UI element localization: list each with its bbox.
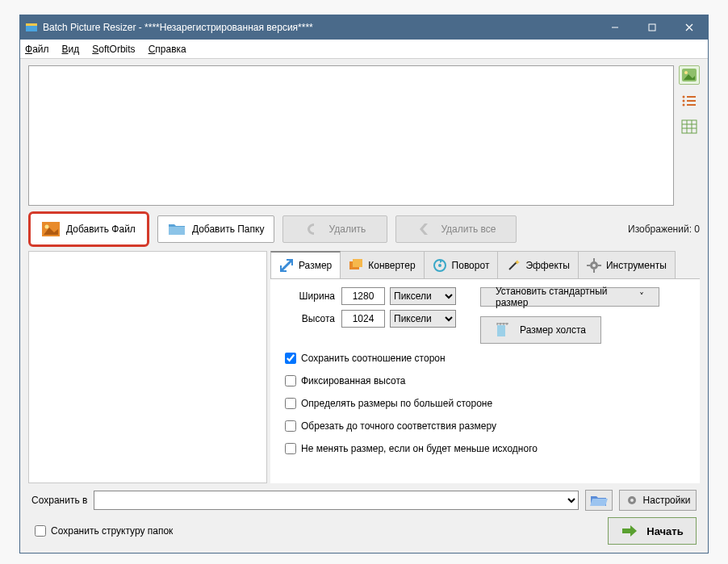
svg-rect-32 <box>593 269 595 273</box>
delete-all-button[interactable]: Удалить все <box>395 215 517 243</box>
svg-point-37 <box>630 499 634 502</box>
svg-rect-15 <box>682 120 697 133</box>
gear-icon <box>587 258 601 273</box>
svg-point-21 <box>45 225 49 229</box>
app-icon <box>25 21 38 34</box>
browse-folder-button[interactable] <box>585 490 613 511</box>
canvas-size-button[interactable]: Размер холста <box>480 316 601 344</box>
svg-rect-31 <box>593 258 595 261</box>
delete-all-label: Удалить все <box>441 224 496 235</box>
svg-point-9 <box>683 96 685 98</box>
save-in-label: Сохранить в <box>31 495 87 506</box>
tab-tools[interactable]: Инструменты <box>578 251 676 278</box>
svg-rect-33 <box>587 265 590 266</box>
add-file-button[interactable]: Добавить Файл <box>28 211 149 247</box>
width-unit-select[interactable]: Пиксели <box>390 287 456 305</box>
picture-icon <box>42 222 60 236</box>
chk-crop[interactable]: Обрезать до точного соответствия размеру <box>282 418 688 434</box>
delete-label: Удалить <box>329 224 366 235</box>
converter-icon <box>349 258 363 273</box>
folder-icon <box>168 222 186 236</box>
maximize-button[interactable] <box>634 15 671 40</box>
menu-view[interactable]: Вид <box>62 44 80 55</box>
add-folder-button[interactable]: Добавить Папку <box>157 215 275 243</box>
view-thumbnails-button[interactable] <box>679 65 700 85</box>
tab-body-size: Ширина Пиксели Высота Пиксели <box>270 278 700 483</box>
chk-no-enlarge[interactable]: Не менять размер, если он будет меньше и… <box>282 441 688 457</box>
canvas-icon <box>496 322 512 338</box>
images-count-label: Изображений: 0 <box>628 224 700 235</box>
preview-panel <box>28 251 267 483</box>
close-button[interactable] <box>671 15 708 40</box>
minimize-button[interactable] <box>596 15 634 40</box>
chk-keep-structure[interactable]: Сохранить структуру папок <box>31 523 173 539</box>
svg-rect-25 <box>353 259 362 267</box>
view-details-button[interactable] <box>679 117 700 136</box>
delete-icon <box>305 222 323 236</box>
delete-all-icon <box>416 222 434 236</box>
chevron-down-icon: ˅ <box>639 291 644 303</box>
chk-longest-side[interactable]: Определять размеры по большей стороне <box>282 395 688 412</box>
delete-button[interactable]: Удалить <box>282 215 387 243</box>
svg-point-7 <box>684 71 688 74</box>
menu-softorbits[interactable]: SoftOrbits <box>92 44 135 55</box>
titlebar: Batch Picture Resizer - ****Незарегистри… <box>20 15 708 40</box>
add-folder-label: Добавить Папку <box>192 224 265 235</box>
arrow-right-icon <box>621 524 638 538</box>
save-path-select[interactable] <box>94 491 579 510</box>
svg-rect-23 <box>169 227 185 235</box>
tab-effects[interactable]: Эффекты <box>497 251 579 278</box>
menubar: Файл Вид SoftOrbits Справка <box>20 40 708 59</box>
tab-size[interactable]: Размер <box>270 251 341 278</box>
open-folder-icon <box>590 493 608 508</box>
resize-icon <box>279 258 294 273</box>
svg-point-11 <box>683 100 685 102</box>
svg-rect-35 <box>497 325 505 336</box>
menu-file[interactable]: Файл <box>25 44 49 55</box>
tabs: Размер Конвертер Поворот Эффекты <box>270 251 700 278</box>
wand-icon <box>506 258 521 273</box>
app-window: Batch Picture Resizer - ****Незарегистри… <box>19 15 709 554</box>
add-file-label: Добавить Файл <box>66 224 136 235</box>
chk-fixed-height[interactable]: Фиксированная высота <box>282 373 688 389</box>
svg-rect-1 <box>26 23 37 26</box>
view-list-button[interactable] <box>679 91 700 111</box>
file-list-area[interactable] <box>28 65 674 206</box>
chk-aspect[interactable]: Сохранить соотношение сторон <box>282 350 688 366</box>
standard-size-button[interactable]: Установить стандартный размер ˅ <box>480 287 659 307</box>
start-button[interactable]: Начать <box>608 517 697 545</box>
width-label: Ширина <box>282 290 335 302</box>
settings-button[interactable]: Настройки <box>619 490 697 511</box>
svg-rect-12 <box>687 100 696 102</box>
svg-rect-34 <box>598 265 601 266</box>
rotate-icon <box>433 258 447 273</box>
window-title: Batch Picture Resizer - ****Незарегистри… <box>43 22 596 33</box>
height-input[interactable] <box>341 310 385 328</box>
tab-rotate[interactable]: Поворот <box>424 251 499 278</box>
width-input[interactable] <box>341 287 385 305</box>
svg-rect-10 <box>687 96 696 98</box>
gear-icon <box>625 494 638 507</box>
height-label: Высота <box>282 313 335 324</box>
tab-converter[interactable]: Конвертер <box>340 251 424 278</box>
menu-help[interactable]: Справка <box>149 44 186 55</box>
height-unit-select[interactable]: Пиксели <box>390 310 456 328</box>
svg-point-30 <box>592 264 596 267</box>
svg-point-27 <box>438 264 441 267</box>
svg-point-13 <box>683 104 685 107</box>
svg-rect-14 <box>687 104 696 106</box>
svg-rect-3 <box>649 24 655 31</box>
